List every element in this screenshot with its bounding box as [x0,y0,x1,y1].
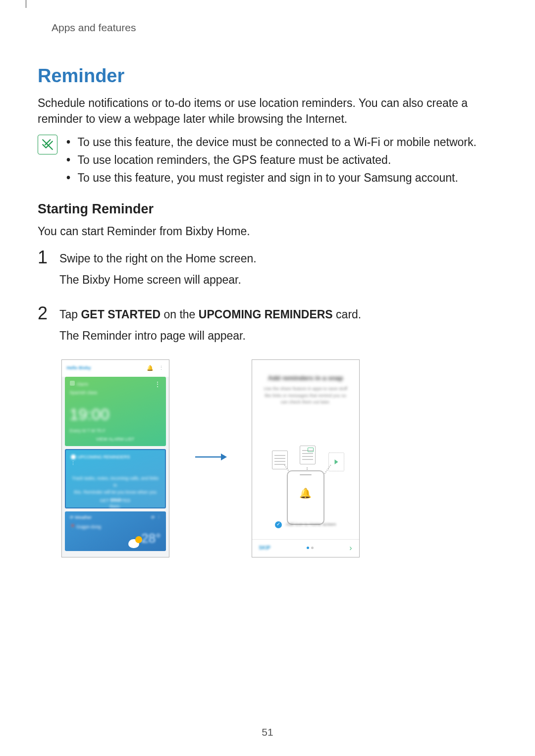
alarm-time: 19:00 [70,403,161,426]
step-1-line-2: The Bixby Home screen will appear. [59,272,257,288]
arrow-right-icon [194,450,227,466]
page-dots [306,545,315,551]
weather-card: ⟳ Weather ⟳ ⋮ 📍 Gugye-dong 28° [65,511,166,551]
svg-marker-1 [221,454,227,460]
chevron-right-icon: › [349,542,352,554]
step-2-line-2: The Reminder intro page will appear. [59,328,361,344]
intro-subtitle-blurred: Use the share feature in apps to save st… [263,386,348,406]
phone-outline-icon: 🔔 [287,470,324,525]
intro-illustration: 🔔 [252,426,359,515]
screenshot-figure: Hello Bixby 🔔 ⋮ Alarm ⋮ Spanish cla [59,359,361,557]
subheading: Starting Reminder [38,202,497,217]
skip-button-blurred: SKIP [259,545,270,552]
more-icon: ⋮ [159,364,164,372]
step-number: 1 [38,249,50,266]
more-icon: ⋮ [71,461,75,466]
checkbox-label-blurred: Add icon to Home screen [286,521,336,528]
blurred-button: VIEW ALARM LIST [65,436,166,443]
bixby-header-icons: 🔔 ⋮ [147,364,164,372]
upcoming-reminders-card: UPCOMING REMINDERS ⋮ Track tasks, notes,… [65,449,166,508]
bixby-header: Hello Bixby 🔔 ⋮ [62,360,169,377]
step-1-line-1: Swipe to the right on the Home screen. [59,251,257,267]
subheading-intro: You can start Reminder from Bixby Home. [38,224,497,240]
weather-icon [128,539,139,548]
page: Apps and features Reminder Schedule noti… [0,0,535,756]
step-list: 1 Swipe to the right on the Home screen.… [38,249,497,557]
step-1: 1 Swipe to the right on the Home screen.… [38,249,497,294]
running-header: Apps and features [52,22,497,34]
alarm-card: Alarm ⋮ Spanish class 19:00 Every M T W … [65,377,166,446]
note-block: To use this feature, the device must be … [38,134,497,187]
screenshot-reminder-intro: Add reminders in a snap Use the share fe… [252,359,360,557]
doc-play-icon [328,453,344,471]
bixby-greeting: Hello Bixby [67,365,91,371]
get-started-button: GET STARTED [66,498,165,504]
bell-icon: 🔔 [147,364,154,372]
refresh-icon: ⟳ Weather [70,514,92,521]
add-to-home-checkbox-row: ✓ Add icon to Home screen [252,521,359,528]
intro-title-blurred: Add reminders in a snap [261,374,350,383]
step-number: 2 [38,304,50,322]
note-list: To use this feature, the device must be … [66,134,477,187]
locate-icon: ⟳ [151,515,155,520]
page-margin-rule [26,0,38,8]
note-item: To use this feature, you must register a… [66,169,477,187]
note-item: To use location reminders, the GPS featu… [66,151,477,169]
screenshot-bixby-home: Hello Bixby 🔔 ⋮ Alarm ⋮ Spanish cla [61,359,169,557]
feature-intro: Schedule notifications or to-do items or… [38,96,497,127]
feature-title: Reminder [38,65,497,87]
doc-mail-icon [300,446,316,464]
more-icon: ⋮ [157,515,161,520]
checkmark-icon: ✓ [275,521,282,528]
step-2: 2 Tap GET STARTED on the UPCOMING REMIND… [38,304,497,557]
page-number: 51 [0,726,535,738]
note-icon [38,135,57,154]
weather-temp: 28° [141,529,160,548]
intro-bottom-bar: SKIP › [252,539,359,557]
bell-icon: 🔔 [299,486,312,501]
note-item: To use this feature, the device must be … [66,134,477,151]
step-2-instruction: Tap GET STARTED on the UPCOMING REMINDER… [59,306,361,323]
